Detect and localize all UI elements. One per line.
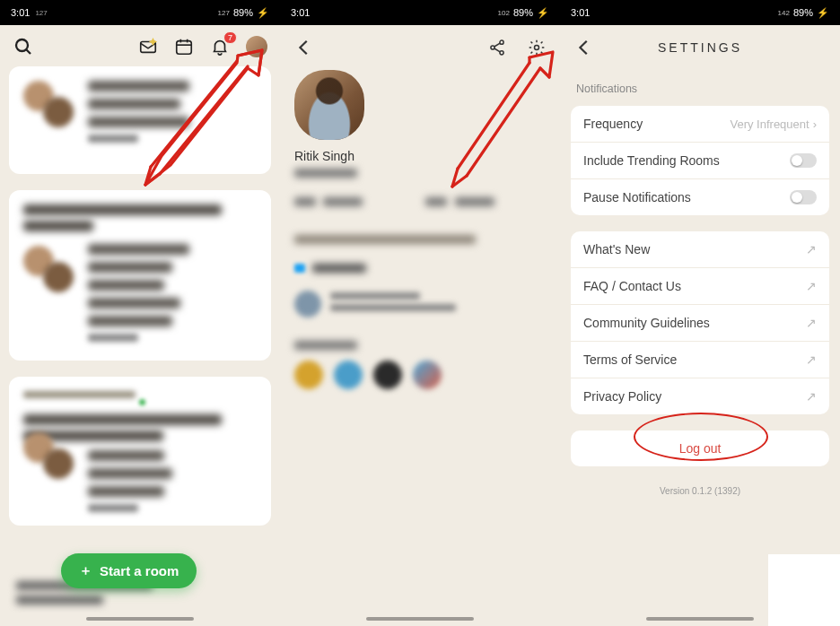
bell-icon[interactable]: 7 <box>210 37 230 57</box>
plus-icon: ＋ <box>79 562 92 579</box>
twitter-icon <box>294 264 305 273</box>
home-indicator <box>366 617 474 621</box>
status-battery: 89% <box>233 7 253 18</box>
status-net-label: 127 <box>35 9 47 17</box>
statusbar: 3:01 142 89% ⚡ <box>560 0 840 25</box>
external-link-icon: ↗ <box>806 352 817 367</box>
screen-settings: 3:01 142 89% ⚡ SETTINGS Notifications Fr… <box>560 0 840 626</box>
svg-line-15 <box>494 48 500 52</box>
row-trending[interactable]: Include Trending Rooms <box>571 142 829 178</box>
logout-button[interactable]: Log out <box>571 430 829 466</box>
version-text: Version 0.1.2 (1392) <box>560 486 840 496</box>
external-link-icon: ↗ <box>806 316 817 330</box>
row-frequency[interactable]: Frequency Very Infrequent › <box>571 106 829 142</box>
statusbar: 3:01 102 89% ⚡ <box>280 0 560 25</box>
profile-handle <box>294 169 357 178</box>
row-label: Frequency <box>583 117 643 131</box>
club-avatar[interactable] <box>294 361 323 389</box>
notification-badge: 7 <box>223 31 237 44</box>
settings-toolbar: SETTINGS <box>560 25 840 70</box>
club-avatar[interactable] <box>334 361 363 389</box>
charging-icon: ⚡ <box>817 7 829 19</box>
status-net-indicator: 127 <box>218 9 230 17</box>
profile-toolbar <box>280 25 560 70</box>
home-indicator <box>86 617 194 621</box>
search-icon[interactable] <box>13 36 34 57</box>
row-tos[interactable]: Terms of Service ↗ <box>571 341 829 378</box>
room-card[interactable] <box>9 377 271 526</box>
row-label: Pause Notifications <box>583 190 691 204</box>
row-label: What's New <box>583 242 650 256</box>
white-overlay <box>768 554 840 626</box>
gear-icon[interactable] <box>528 39 546 57</box>
joined-info <box>294 291 546 317</box>
home-indicator <box>646 617 754 621</box>
status-time: 3:01 <box>11 7 30 18</box>
toggle-switch[interactable] <box>790 190 817 204</box>
row-pause[interactable]: Pause Notifications <box>571 178 829 215</box>
bio-text <box>294 235 476 244</box>
calendar-icon[interactable] <box>174 37 194 57</box>
club-avatar[interactable] <box>373 361 402 389</box>
row-label: Include Trending Rooms <box>583 153 720 168</box>
charging-icon: ⚡ <box>257 7 269 19</box>
member-of-label <box>294 341 357 350</box>
status-net-indicator: 102 <box>498 9 510 17</box>
chevron-right-icon: › <box>813 117 817 131</box>
follower-stats[interactable] <box>294 194 546 210</box>
nominator-avatar <box>294 291 321 317</box>
external-link-icon: ↗ <box>806 242 817 256</box>
statusbar: 3:01 127 127 89% ⚡ <box>0 0 280 25</box>
status-battery: 89% <box>513 7 533 18</box>
row-whatsnew[interactable]: What's New ↗ <box>571 231 829 267</box>
svg-line-1 <box>27 50 31 55</box>
start-room-button[interactable]: ＋ Start a room <box>61 553 197 588</box>
row-label: Privacy Policy <box>583 389 661 404</box>
twitter-link[interactable] <box>294 264 546 273</box>
row-value: Very Infrequent <box>730 117 809 131</box>
profile-content: Ritik Singh <box>280 70 560 389</box>
row-label: Community Guidelines <box>583 316 710 330</box>
screen-feed: 3:01 127 127 89% ⚡ 7 <box>0 0 280 626</box>
room-card[interactable] <box>9 190 271 361</box>
logout-label: Log out <box>679 441 722 456</box>
feed-toolbar: 7 <box>0 25 280 66</box>
screen-profile: 3:01 102 89% ⚡ Ritik Singh <box>280 0 560 626</box>
share-icon[interactable] <box>488 39 506 57</box>
row-community[interactable]: Community Guidelines ↗ <box>571 304 829 341</box>
section-label-notifications: Notifications <box>560 70 840 100</box>
room-card[interactable] <box>9 66 271 174</box>
back-icon[interactable] <box>294 38 314 57</box>
row-label: Terms of Service <box>583 352 677 367</box>
settings-group-links: What's New ↗ FAQ / Contact Us ↗ Communit… <box>571 231 829 414</box>
invite-icon[interactable] <box>138 37 158 57</box>
svg-line-14 <box>494 43 500 47</box>
external-link-icon: ↗ <box>806 389 817 404</box>
profile-avatar[interactable] <box>246 36 267 57</box>
profile-name: Ritik Singh <box>294 149 546 163</box>
back-icon[interactable] <box>574 38 594 57</box>
svg-point-12 <box>491 46 494 49</box>
charging-icon: ⚡ <box>537 7 549 19</box>
external-link-icon: ↗ <box>806 279 817 293</box>
settings-group-notifications: Frequency Very Infrequent › Include Tren… <box>571 106 829 215</box>
row-label: FAQ / Contact Us <box>583 279 681 293</box>
profile-photo[interactable] <box>294 70 364 140</box>
status-battery: 89% <box>793 7 813 18</box>
svg-rect-3 <box>177 41 192 55</box>
feed-list <box>0 66 280 526</box>
start-room-label: Start a room <box>100 563 179 578</box>
svg-point-11 <box>500 40 503 44</box>
row-privacy[interactable]: Privacy Policy ↗ <box>571 378 829 414</box>
svg-point-13 <box>500 51 503 55</box>
status-time: 3:01 <box>571 7 590 18</box>
svg-point-16 <box>535 46 539 50</box>
svg-point-0 <box>16 39 28 51</box>
club-avatar[interactable] <box>413 361 442 389</box>
status-time: 3:01 <box>291 7 310 18</box>
row-faq[interactable]: FAQ / Contact Us ↗ <box>571 267 829 304</box>
status-net-indicator: 142 <box>778 9 790 17</box>
page-title: SETTINGS <box>658 40 742 55</box>
toggle-switch[interactable] <box>790 153 817 168</box>
club-list <box>294 361 546 389</box>
